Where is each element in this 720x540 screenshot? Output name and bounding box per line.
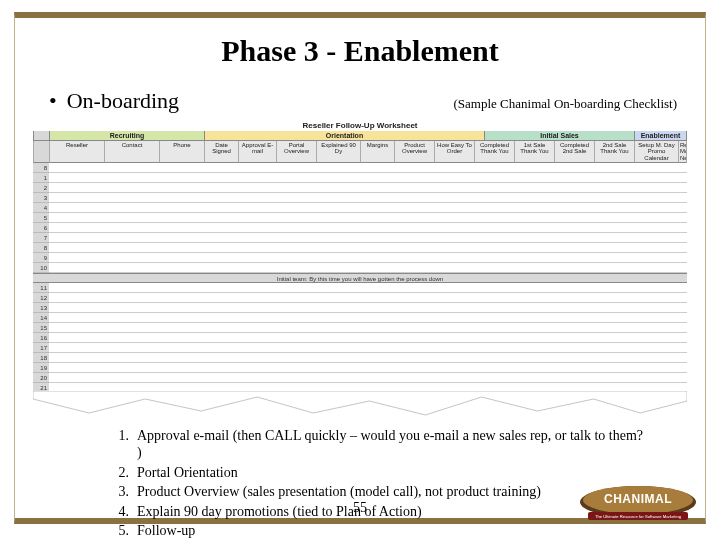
hdr-blank [33, 141, 49, 163]
rows-bottom: 1112131415161718192021 [33, 283, 687, 393]
step-3: 3.Product Overview (sales presentation (… [109, 483, 651, 501]
step-5: 5.Follow-up [109, 522, 651, 540]
step-text: Portal Orientation [137, 464, 238, 482]
hdr-promo-cal: Setup M. Day Promo Calendar [634, 141, 678, 163]
logo-tag: The Ultimate Resource for Software Marke… [595, 514, 682, 519]
slide-title: Phase 3 - Enablement [39, 34, 681, 68]
steps-list: 1.Approval e-mail (then CALL quickly – w… [109, 427, 651, 540]
group-initial-sales: Initial Sales [484, 131, 634, 140]
hdr-portal-overview: Portal Overview [276, 141, 316, 163]
column-header-row: Reseller Contact Phone Date Signed Appro… [33, 141, 687, 163]
hdr-explained-90: Explained 90 Dy [316, 141, 360, 163]
grid-top [49, 163, 687, 273]
spreadsheet-image: Reseller Follow-Up Worksheet Recruiting … [33, 120, 687, 393]
step-2: 2.Portal Orientation [109, 464, 651, 482]
bullet-row: •On-boarding (Sample Chanimal On-boardin… [43, 88, 677, 114]
row-numbers-bottom: 1112131415161718192021 [33, 283, 49, 393]
hdr-reseller: Reseller [49, 141, 104, 163]
chanimal-logo: CHANIMAL The Ultimate Resource for Softw… [578, 482, 698, 522]
logo-name: CHANIMAL [604, 492, 672, 506]
bullet-main: •On-boarding [43, 88, 179, 114]
step-text: Product Overview (sales presentation (mo… [137, 483, 541, 501]
hdr-2nd-sale-ty: 2nd Sale Thank You [594, 141, 634, 163]
row-numbers-top: 812345678910 [33, 163, 49, 273]
hdr-approval-email: Approval E-mail [238, 141, 276, 163]
hdr-product-overview: Product Overview [394, 141, 434, 163]
hdr-date-signed: Date Signed [204, 141, 238, 163]
corner-cell [33, 131, 49, 140]
bullet-text: On-boarding [67, 88, 179, 113]
sheet-title: Reseller Follow-Up Worksheet [33, 120, 687, 131]
bullet-dot: • [49, 88, 57, 113]
group-header-row: Recruiting Orientation Initial Sales Ena… [33, 131, 687, 141]
checklist-caption: (Sample Chanimal On-boarding Checklist) [454, 96, 677, 112]
hdr-margins: Margins [360, 141, 394, 163]
group-orientation: Orientation [204, 131, 484, 140]
hdr-contact: Contact [104, 141, 159, 163]
slide-frame: Phase 3 - Enablement •On-boarding (Sampl… [14, 12, 706, 524]
torn-edge [33, 391, 687, 417]
step-1: 1.Approval e-mail (then CALL quickly – w… [109, 427, 651, 462]
hdr-newsletter: Received Monthly Newsletter [678, 141, 687, 163]
group-enablement: Enablement [634, 131, 687, 140]
hdr-completed-ty: Completed Thank You [474, 141, 514, 163]
step-text: Follow-up [137, 522, 195, 540]
hdr-completed-2nd: Completed 2nd Sale [554, 141, 594, 163]
hdr-easy-order: How Easy To Order [434, 141, 474, 163]
hdr-phone: Phone [159, 141, 204, 163]
hdr-1st-sale-ty: 1st Sale Thank You [514, 141, 554, 163]
rows-top: 812345678910 [33, 163, 687, 273]
initial-team-bar: Initial team: By this time you will have… [33, 273, 687, 283]
step-text: Approval e-mail (then CALL quickly – wou… [137, 427, 651, 462]
group-recruiting: Recruiting [49, 131, 204, 140]
grid-bottom [49, 283, 687, 393]
